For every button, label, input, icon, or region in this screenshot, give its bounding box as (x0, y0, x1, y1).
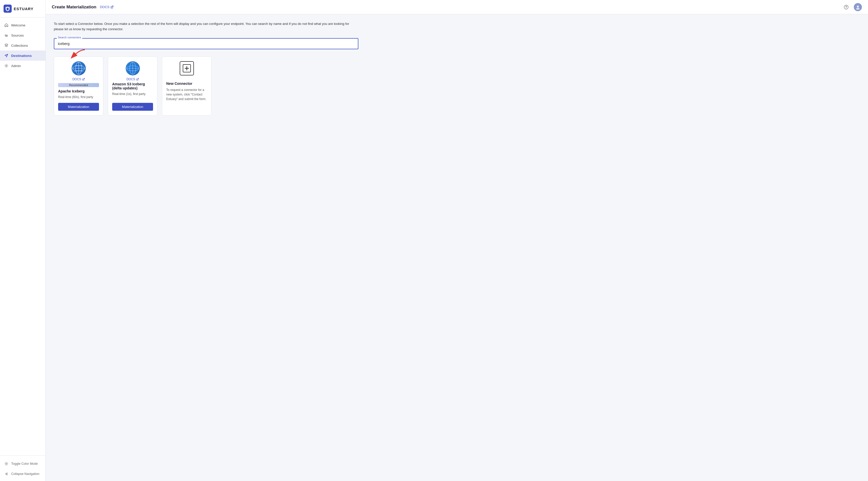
red-arrow-icon (67, 49, 87, 61)
home-icon (4, 23, 9, 27)
apache-iceberg-title: Apache Iceberg (58, 89, 85, 93)
amazon-s3-iceberg-icon (126, 61, 140, 76)
s3-docs-external-icon (136, 78, 139, 81)
svg-point-15 (72, 62, 85, 74)
svg-point-3 (6, 65, 7, 66)
apache-iceberg-materialization-button[interactable]: Materialization (58, 103, 99, 111)
intro-text: To start select a Connector below. Once … (54, 21, 359, 32)
cloud-upload-icon (4, 33, 9, 38)
send-icon (4, 53, 9, 58)
sidebar-item-destinations-label: Destinations (11, 54, 32, 58)
estuary-logo-icon (4, 5, 12, 13)
amazon-s3-docs-link[interactable]: DOCS (126, 78, 139, 81)
layers-icon (4, 43, 9, 48)
help-icon (844, 5, 848, 9)
page-title: Create Materialization (52, 5, 96, 10)
search-wrapper: Search connectors (54, 38, 359, 49)
sidebar-item-welcome[interactable]: Welcome (0, 20, 45, 30)
sidebar: ESTUARY Welcome Sources Collections Dest… (0, 0, 46, 481)
sidebar-item-welcome-label: Welcome (11, 23, 25, 27)
docs-link[interactable]: DOCS (100, 5, 114, 9)
sidebar-item-collections-label: Collections (11, 44, 28, 48)
main-area: Create Materialization DOCS To start sel… (46, 0, 868, 481)
sidebar-nav: Welcome Sources Collections Destinations… (0, 18, 45, 455)
connector-card-amazon-s3-iceberg[interactable]: DOCS Amazon S3 Iceberg (delta updates) R… (108, 56, 157, 116)
card-icon-area-s3 (112, 61, 153, 76)
globe-s3-icon (126, 62, 140, 75)
avatar[interactable] (854, 3, 862, 11)
apache-iceberg-docs-link[interactable]: DOCS (72, 78, 85, 81)
sidebar-item-destinations[interactable]: Destinations (0, 51, 45, 61)
logo-area: ESTUARY (0, 0, 45, 18)
sidebar-item-admin-label: Admin (11, 64, 21, 68)
plus-square-icon (183, 64, 191, 72)
svg-point-8 (856, 8, 860, 10)
globe-icon (72, 62, 85, 75)
recommended-badge: Recommended (58, 83, 99, 87)
new-connector-icon-area (166, 61, 207, 79)
sun-icon (4, 461, 9, 466)
sidebar-item-sources[interactable]: Sources (0, 30, 45, 40)
card-icon-area (58, 61, 99, 76)
sidebar-item-admin[interactable]: Admin (0, 61, 45, 71)
search-label: Search connectors (57, 36, 82, 39)
svg-point-6 (846, 8, 846, 8)
logo-text: ESTUARY (14, 7, 33, 11)
sidebar-item-sources-label: Sources (11, 33, 24, 37)
toggle-color-mode-label: Toggle Color Mode (11, 462, 38, 465)
sidebar-item-collections[interactable]: Collections (0, 40, 45, 51)
topbar-actions (842, 3, 862, 11)
collapse-navigation-button[interactable]: Collapse Navigation (0, 469, 45, 479)
svg-point-4 (6, 463, 7, 464)
user-avatar-icon (855, 5, 860, 10)
amazon-s3-docs-label: DOCS (126, 78, 135, 81)
topbar: Create Materialization DOCS (46, 0, 868, 14)
chevrons-left-icon (4, 472, 9, 476)
arrow-annotation (67, 49, 87, 62)
apache-iceberg-icon (71, 61, 86, 76)
sidebar-bottom: Toggle Color Mode Collapse Navigation (0, 455, 45, 481)
amazon-s3-materialization-button[interactable]: Materialization (112, 103, 153, 111)
main-content: To start select a Connector below. Once … (46, 14, 868, 481)
amazon-s3-iceberg-desc: Real-time (1s), first party (112, 92, 146, 99)
docs-external-icon (82, 78, 85, 81)
svg-point-2 (6, 35, 7, 36)
new-connector-plus-icon (180, 61, 194, 76)
apache-iceberg-docs-label: DOCS (72, 78, 81, 81)
new-connector-desc: To request a connector for a new system,… (166, 88, 207, 101)
connector-cards-grid: DOCS Recommended Apache Iceberg Real-tim… (54, 56, 359, 116)
new-connector-title: New Connector (166, 82, 192, 86)
svg-point-7 (857, 6, 859, 8)
gear-icon (4, 63, 9, 68)
connector-card-new[interactable]: New Connector To request a connector for… (162, 56, 211, 116)
external-link-icon (111, 6, 114, 9)
docs-link-label: DOCS (100, 5, 110, 9)
toggle-color-mode-button[interactable]: Toggle Color Mode (0, 459, 45, 469)
help-button[interactable] (842, 3, 850, 11)
collapse-navigation-label: Collapse Navigation (11, 472, 39, 476)
amazon-s3-iceberg-title: Amazon S3 Iceberg (delta updates) (112, 82, 153, 90)
connector-card-apache-iceberg[interactable]: DOCS Recommended Apache Iceberg Real-tim… (54, 56, 103, 116)
svg-point-21 (127, 62, 139, 74)
apache-iceberg-desc: Real-time (60s), first party (58, 95, 93, 99)
search-input[interactable] (54, 38, 359, 49)
